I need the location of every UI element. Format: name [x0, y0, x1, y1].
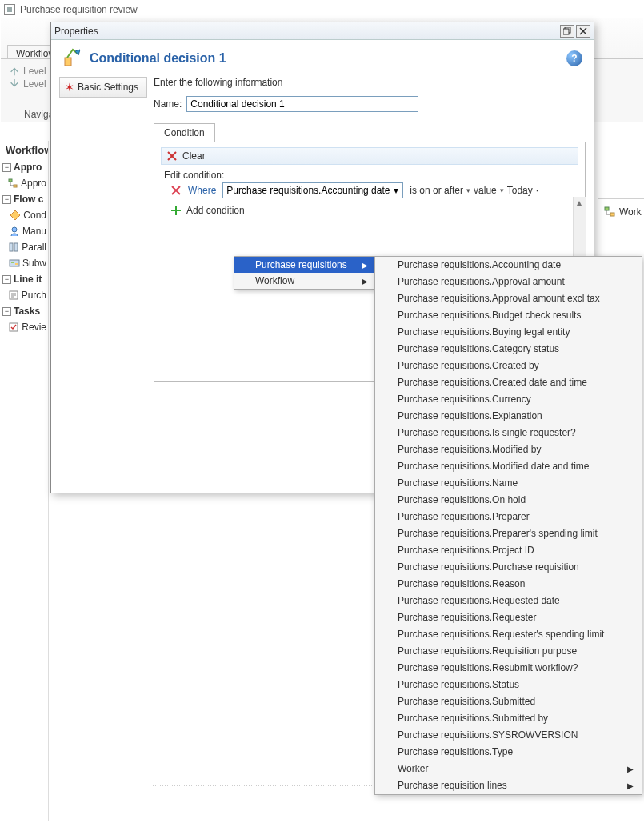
menu-item-label: Purchase requisitions.On hold — [398, 493, 526, 507]
menu-item[interactable]: Purchase requisitions.Buying legal entit… — [375, 324, 642, 341]
menu-item[interactable]: Purchase requisitions.Approval amount — [375, 274, 642, 290]
svg-rect-11 — [610, 213, 614, 216]
tree-toggle-icon[interactable]: − — [2, 195, 11, 204]
menu-item[interactable]: Purchase requisitions.Resubmit workflow? — [375, 660, 642, 677]
tree-item-label: Manu — [22, 226, 46, 237]
tree-item[interactable]: Revie — [1, 319, 48, 335]
tree-toggle-icon[interactable]: − — [2, 307, 11, 316]
tree-item[interactable]: −Line it — [1, 271, 48, 287]
svg-rect-6 — [11, 262, 14, 263]
svg-point-2 — [12, 227, 17, 232]
menu-item[interactable]: Purchase requisitions.SYSROWVERSION — [375, 727, 642, 744]
dialog-titlebar[interactable]: Properties — [51, 22, 594, 40]
edit-condition-label: Edit condition: — [164, 170, 578, 181]
menu-item[interactable]: Purchase requisitions.Preparer — [375, 509, 642, 525]
name-label: Name: — [154, 98, 182, 110]
scroll-up-icon: ▴ — [574, 197, 585, 208]
workflow-icon — [603, 206, 616, 218]
tree-item-label: Flow c — [14, 194, 43, 205]
menu-item[interactable]: Purchase requisitions.Requester's spendi… — [375, 626, 642, 643]
menu-item[interactable]: Purchase requisitions.Created by — [375, 358, 642, 374]
tree-item[interactable]: Manu — [1, 223, 48, 239]
svg-rect-1 — [14, 185, 17, 187]
menu-item[interactable]: Purchase requisitions.Type — [375, 744, 642, 761]
menu-item[interactable]: Purchase requisitions.Explanation — [375, 408, 642, 425]
menu-item[interactable]: Purchase requisitions.Name — [375, 475, 642, 492]
menu-item[interactable]: Purchase requisitions▶ — [234, 257, 374, 273]
menu-item-label: Purchase requisitions.Approval amount — [398, 275, 565, 289]
tree-toggle-icon[interactable]: − — [2, 275, 11, 284]
tab-basic-settings[interactable]: ✶ Basic Settings — [59, 77, 147, 98]
operator-text[interactable]: is on or after▾ value▾ Today· — [410, 185, 538, 196]
menu-item[interactable]: Purchase requisitions.Is single requeste… — [375, 425, 642, 441]
menu-item[interactable]: Purchase requisitions.On hold — [375, 492, 642, 509]
tree-item[interactable]: −Appro — [1, 159, 48, 175]
required-star-icon: ✶ — [65, 81, 74, 94]
menu-item[interactable]: Purchase requisitions.Project ID — [375, 542, 642, 559]
tree-item[interactable]: −Flow c — [1, 191, 48, 207]
menu-item-label: Purchase requisitions.Explanation — [398, 410, 542, 423]
menu-item[interactable]: Purchase requisitions.Requisition purpos… — [375, 643, 642, 660]
svg-rect-10 — [605, 207, 609, 210]
clear-button[interactable]: Clear — [161, 147, 578, 165]
help-button[interactable]: ? — [566, 50, 582, 66]
menu-item[interactable]: Purchase requisitions.Purchase requisiti… — [375, 559, 642, 576]
menu-item[interactable]: Purchase requisitions.Budget check resul… — [375, 307, 642, 324]
menu-item[interactable]: Purchase requisitions.Approval amount ex… — [375, 290, 642, 307]
add-condition-button[interactable]: Add condition — [170, 205, 578, 216]
menu-item[interactable]: Purchase requisitions.Requested date — [375, 593, 642, 609]
tree-item[interactable]: Cond — [1, 207, 48, 223]
menu-item-label: Purchase requisitions.Currency — [398, 393, 531, 406]
menu-item-label: Purchase requisitions.Created date and t… — [398, 376, 587, 390]
menu-item[interactable]: Purchase requisitions.Modified date and … — [375, 458, 642, 475]
right-toolbox-item[interactable]: Work — [598, 204, 644, 220]
menu-item[interactable]: Purchase requisition lines▶ — [375, 777, 642, 794]
name-input[interactable] — [186, 96, 418, 112]
tab-condition[interactable]: Condition — [154, 123, 215, 142]
menu-item-label: Purchase requisitions.Requested date — [398, 594, 560, 608]
close-button[interactable] — [576, 25, 590, 38]
field-dropdown[interactable]: Purchase requisitions.Accounting date ▾ — [222, 182, 403, 198]
menu-item-label: Purchase requisitions.Preparer — [398, 510, 530, 524]
menu-item[interactable]: Purchase requisitions.Modified by — [375, 441, 642, 458]
app-title: Purchase requisition review — [20, 4, 138, 15]
menu-item-label: Purchase requisitions.Category status — [398, 342, 559, 356]
delete-row-icon[interactable] — [170, 185, 182, 196]
menu-item[interactable]: Purchase requisitions.Status — [375, 677, 642, 693]
menu-item[interactable]: Workflow▶ — [234, 273, 374, 289]
tree-item[interactable]: Parall — [1, 239, 48, 255]
svg-rect-13 — [563, 29, 569, 34]
clear-label: Clear — [182, 150, 206, 162]
field-dropdown-value: Purchase requisitions.Accounting date — [226, 185, 390, 196]
tree-item[interactable]: −Tasks — [1, 303, 48, 319]
menu-item[interactable]: Purchase requisitions.Category status — [375, 341, 642, 358]
menu-item[interactable]: Purchase requisitions.Submitted by — [375, 710, 642, 727]
menu-item[interactable]: Purchase requisitions.Accounting date — [375, 257, 642, 274]
field-category-menu[interactable]: Purchase requisitions▶Workflow▶ — [234, 256, 375, 290]
menu-item[interactable]: Purchase requisitions.Currency — [375, 391, 642, 408]
tree-item[interactable]: Appro — [1, 175, 48, 191]
tree-item[interactable]: Purch — [1, 287, 48, 303]
menu-item-label: Purchase requisitions.Reason — [398, 577, 525, 591]
menu-item-label: Purchase requisitions.Approval amount ex… — [398, 292, 600, 306]
menu-item[interactable]: Purchase requisitions.Requester — [375, 609, 642, 626]
menu-item[interactable]: Purchase requisitions.Submitted — [375, 693, 642, 710]
restore-icon — [563, 27, 571, 35]
tree-item[interactable]: Subw — [1, 255, 48, 271]
para-icon — [8, 242, 19, 253]
menu-item-label: Purchase requisition lines — [398, 779, 507, 793]
tab-basic-settings-label: Basic Settings — [78, 82, 138, 93]
tree-toggle-icon[interactable]: − — [2, 163, 11, 172]
restore-button[interactable] — [560, 25, 574, 38]
add-condition-label: Add condition — [186, 205, 245, 216]
menu-item-label: Worker — [398, 762, 428, 776]
value-kind-label: value — [474, 185, 497, 196]
instruction-text: Enter the following information — [154, 77, 586, 88]
menu-item[interactable]: Purchase requisitions.Preparer's spendin… — [375, 525, 642, 542]
menu-item[interactable]: Purchase requisitions.Created date and t… — [375, 374, 642, 391]
menu-item-label: Purchase requisitions.Name — [398, 477, 518, 490]
menu-item[interactable]: Worker▶ — [375, 761, 642, 777]
menu-item-label: Purchase requisitions.Is single requeste… — [398, 426, 576, 440]
field-list-menu[interactable]: Purchase requisitions.Accounting datePur… — [374, 256, 642, 795]
menu-item[interactable]: Purchase requisitions.Reason — [375, 576, 642, 593]
